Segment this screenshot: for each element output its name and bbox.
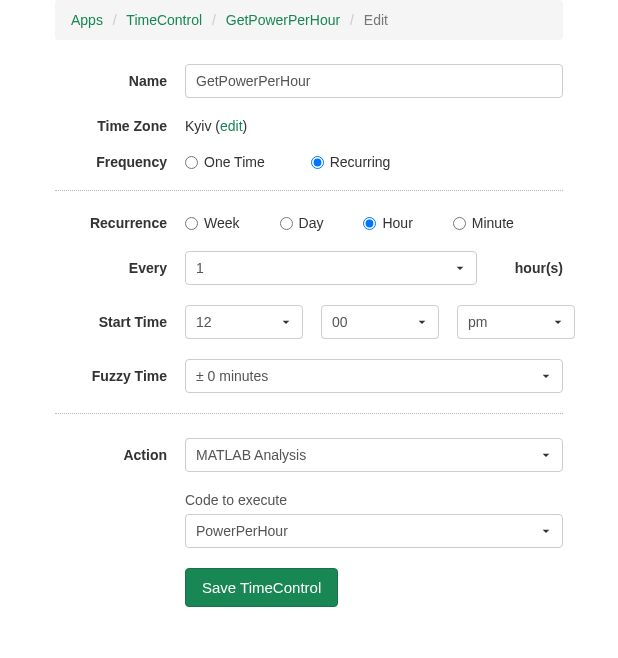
starttime-label: Start Time <box>55 314 185 330</box>
starttime-ampm-select[interactable]: pm <box>457 305 575 339</box>
timezone-edit-suffix: ) <box>243 118 248 134</box>
breadcrumb-getpowerperhour[interactable]: GetPowerPerHour <box>226 12 340 28</box>
recurrence-minute-radio[interactable] <box>453 217 466 230</box>
breadcrumb-timecontrol[interactable]: TimeControl <box>126 12 202 28</box>
breadcrumb-apps[interactable]: Apps <box>71 12 103 28</box>
timezone-label: Time Zone <box>55 118 185 134</box>
recurrence-minute-label: Minute <box>472 215 514 231</box>
frequency-recurring-label: Recurring <box>330 154 391 170</box>
timezone-edit-link[interactable]: edit <box>220 118 243 134</box>
recurrence-day[interactable]: Day <box>280 215 324 231</box>
breadcrumb-active: Edit <box>364 12 388 28</box>
fuzzy-label: Fuzzy Time <box>55 368 185 384</box>
name-input[interactable] <box>185 64 563 98</box>
name-label: Name <box>55 73 185 89</box>
starttime-minute-select[interactable]: 00 <box>321 305 439 339</box>
breadcrumb: Apps / TimeControl / GetPowerPerHour / E… <box>55 0 563 40</box>
recurrence-week[interactable]: Week <box>185 215 240 231</box>
divider <box>55 190 563 191</box>
frequency-label: Frequency <box>55 154 185 170</box>
frequency-recurring[interactable]: Recurring <box>311 154 391 170</box>
recurrence-minute[interactable]: Minute <box>453 215 514 231</box>
recurrence-day-label: Day <box>299 215 324 231</box>
action-label: Action <box>55 447 185 463</box>
divider <box>55 413 563 414</box>
recurrence-week-radio[interactable] <box>185 217 198 230</box>
recurrence-hour-label: Hour <box>382 215 412 231</box>
code-label: Code to execute <box>185 492 563 508</box>
frequency-onetime-label: One Time <box>204 154 265 170</box>
frequency-onetime[interactable]: One Time <box>185 154 265 170</box>
save-button[interactable]: Save TimeControl <box>185 568 338 607</box>
recurrence-day-radio[interactable] <box>280 217 293 230</box>
every-label: Every <box>55 260 185 276</box>
frequency-onetime-radio[interactable] <box>185 156 198 169</box>
frequency-recurring-radio[interactable] <box>311 156 324 169</box>
every-select[interactable]: 1 <box>185 251 477 285</box>
code-select[interactable]: PowerPerHour <box>185 514 563 548</box>
recurrence-label: Recurrence <box>55 215 185 231</box>
every-suffix: hour(s) <box>515 260 563 276</box>
recurrence-week-label: Week <box>204 215 240 231</box>
recurrence-hour[interactable]: Hour <box>363 215 412 231</box>
timezone-value: Kyiv <box>185 118 211 134</box>
starttime-hour-select[interactable]: 12 <box>185 305 303 339</box>
fuzzy-select[interactable]: ± 0 minutes <box>185 359 563 393</box>
breadcrumb-sep: / <box>212 12 216 28</box>
breadcrumb-sep: / <box>350 12 354 28</box>
action-select[interactable]: MATLAB Analysis <box>185 438 563 472</box>
breadcrumb-sep: / <box>113 12 117 28</box>
recurrence-hour-radio[interactable] <box>363 217 376 230</box>
